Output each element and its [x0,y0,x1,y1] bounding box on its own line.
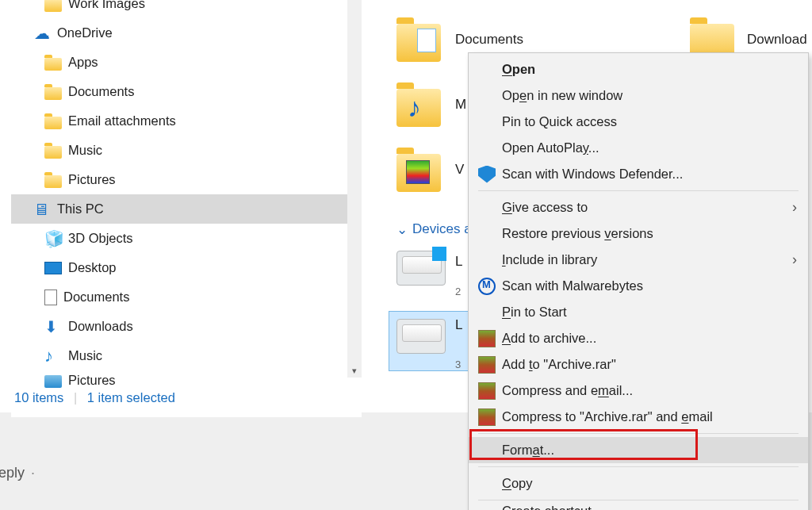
drive-d-label: L [455,317,462,333]
winrar-icon [478,408,496,426]
folder-downloads-label: Download [747,32,807,48]
folder-icon [44,0,62,12]
folder-icon [44,146,62,159]
chevron-down-icon: ⌄ [396,221,408,238]
desktop-icon [44,262,62,274]
navigation-pane: Work Images ☁ OneDrive Apps Documents Em… [11,0,362,417]
cloud-icon: ☁ [33,25,51,42]
menu-restore-versions[interactable]: Restore previous versionsRestore previou… [469,220,808,247]
tree-label: Documents [63,290,129,305]
tree-item-3d-objects[interactable]: 🧊3D Objects [11,224,362,253]
windows-logo-icon [432,247,446,261]
tree-item-music[interactable]: Music [11,136,362,165]
tree-item-email-attachments[interactable]: Email attachments [11,106,362,136]
tree-item-downloads[interactable]: ⬇Downloads [11,312,362,341]
menu-add-archive[interactable]: Add to archive...Add to archive... [469,325,808,351]
menu-separator [478,500,799,500]
tree-label: Desktop [68,260,117,275]
status-item-count: 10 items [14,390,63,405]
tree-label: Apps [68,55,98,70]
menu-add-archive-rar[interactable]: Add to "Archive.rar"Add to "Archive.rar" [469,351,808,378]
menu-compress-email[interactable]: Compress and email...Compress and email.… [469,378,808,404]
tree-item-pictures[interactable]: Pictures [11,165,362,194]
menu-copy[interactable]: CopyCopy [469,470,808,497]
menu-include-library[interactable]: Include in library›Include in library [469,247,808,273]
menu-give-access[interactable]: Give access to›Give access to [469,194,808,220]
folder-icon [44,58,62,71]
folder-music[interactable] [396,89,441,127]
tree-item-desktop[interactable]: Desktop [11,253,362,282]
menu-create-shortcut[interactable]: Create shortcut [469,504,808,510]
folder-videos-label: V [455,162,464,178]
music-icon: ♪ [44,347,62,365]
menu-open-new-window[interactable]: Open in new windowOpen in new window [469,82,808,109]
tree-label: 3D Objects [68,231,133,246]
tree-label: Email attachments [68,113,176,128]
chevron-right-icon: › [792,199,797,216]
tree-label: Pictures [68,373,116,388]
footer-fragment-1: ed by this reply· [0,465,41,481]
folder-icon [44,117,62,129]
menu-separator [478,466,799,467]
winrar-icon [478,382,496,400]
malwarebytes-icon [478,278,496,295]
cube-icon: 🧊 [44,230,62,247]
tree-item-pictures2[interactable]: Pictures [11,370,362,389]
download-icon: ⬇ [44,318,62,336]
tree-item-apps[interactable]: Apps [11,48,362,77]
menu-compress-rar-email[interactable]: Compress to "Archive.rar" and emailCompr… [469,404,808,430]
scroll-down-icon[interactable]: ▾ [347,363,362,378]
context-menu: OOpenpen Open in new windowOpen in new w… [468,52,809,510]
tree-label: Music [68,348,102,363]
computer-icon: 🖥 [33,201,51,218]
tree-label: This PC [57,201,104,217]
menu-pin-quick-access[interactable]: Pin to Quick access [469,109,808,135]
tree-label: OneDrive [57,25,113,40]
drive-d[interactable] [396,319,446,354]
menu-separator [478,433,799,434]
menu-scan-defender[interactable]: Scan with Windows Defender... [469,161,808,187]
winrar-icon [478,330,496,347]
menu-scan-malwarebytes[interactable]: Scan with Malwarebytes [469,273,808,299]
tree-item-documents[interactable]: Documents [11,77,362,106]
folder-documents[interactable] [396,24,441,62]
drive-c-sub: 2 [455,286,461,297]
shield-icon [478,166,496,183]
folder-videos[interactable] [396,154,441,192]
tree-item-onedrive[interactable]: ☁ OneDrive [11,18,362,48]
tree-item-this-pc[interactable]: 🖥 This PC [11,194,362,224]
pictures-icon [44,375,62,388]
menu-open[interactable]: OOpenpen [469,56,808,82]
nav-scrollbar[interactable]: ▴ ▾ [347,0,362,378]
chevron-right-icon: › [792,251,797,268]
tree-item-work-images[interactable]: Work Images [11,0,362,18]
drive-c-label: L [455,254,462,270]
tree-label: Music [68,143,102,158]
folder-icon [44,175,62,188]
folder-music-label: M [455,97,466,113]
status-selected-count: 1 item selected [87,390,175,405]
menu-open-autoplay[interactable]: Open AutoPlay...Open AutoPlay... [469,135,808,161]
menu-pin-start[interactable]: Pin to StartPin to Start [469,299,808,325]
document-icon [44,290,57,305]
tree-item-music2[interactable]: ♪Music [11,341,362,370]
tree-item-documents2[interactable]: Documents [11,282,362,312]
drive-c[interactable] [396,251,446,286]
folder-icon [44,87,62,100]
tree-label: Work Images [68,0,145,11]
menu-separator [478,190,799,191]
tree-label: Downloads [68,319,133,334]
menu-format[interactable]: Format...Format... [469,437,808,463]
winrar-icon [478,356,496,374]
tree-label: Pictures [68,172,116,187]
status-bar: 10 items | 1 item selected [14,390,175,405]
drive-d-sub: 3 [455,359,461,370]
folder-documents-label: Documents [455,32,523,48]
tree-label: Documents [68,84,134,99]
